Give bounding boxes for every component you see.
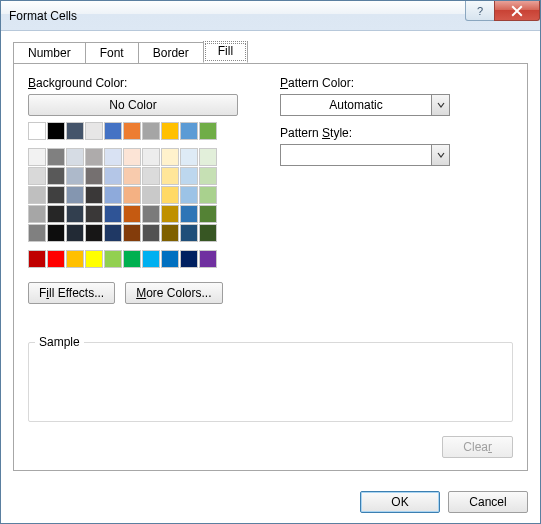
color-swatch[interactable] [47,167,65,185]
color-swatch[interactable] [28,205,46,223]
sample-group: Sample [28,342,513,422]
color-swatch[interactable] [199,122,217,140]
color-swatch[interactable] [123,167,141,185]
color-swatch[interactable] [180,148,198,166]
color-swatch[interactable] [180,205,198,223]
pattern-color-combo[interactable]: Automatic [280,94,450,116]
pattern-style-combo[interactable] [280,144,450,166]
color-swatch[interactable] [66,148,84,166]
dialog-footer: OK Cancel [1,483,540,523]
color-swatch[interactable] [123,186,141,204]
chevron-down-icon [431,145,449,165]
color-swatch[interactable] [123,122,141,140]
color-swatch[interactable] [85,250,103,268]
color-swatch[interactable] [161,167,179,185]
ok-button[interactable]: OK [360,491,440,513]
theme-colors-row [28,122,248,140]
help-button[interactable]: ? [465,1,495,21]
theme-shades-grid [28,148,248,242]
window-controls: ? [466,1,540,21]
color-swatch[interactable] [85,167,103,185]
color-swatch[interactable] [142,122,160,140]
fill-panel: Background Color: No Color Fill Effects.… [13,63,528,471]
color-swatch[interactable] [142,148,160,166]
color-swatch[interactable] [66,122,84,140]
color-swatch[interactable] [104,186,122,204]
color-swatch[interactable] [104,122,122,140]
color-swatch[interactable] [85,186,103,204]
color-swatch[interactable] [180,186,198,204]
color-swatch[interactable] [142,167,160,185]
color-swatch[interactable] [142,186,160,204]
more-colors-button[interactable]: More Colors... [125,282,222,304]
color-swatch[interactable] [66,250,84,268]
titlebar: Format Cells ? [1,1,540,31]
color-swatch[interactable] [123,250,141,268]
color-swatch[interactable] [142,224,160,242]
color-swatch[interactable] [104,148,122,166]
color-swatch[interactable] [28,122,46,140]
color-swatch[interactable] [85,148,103,166]
close-button[interactable] [494,1,540,21]
pattern-style-label: Pattern Style: [280,126,513,140]
color-swatch[interactable] [161,148,179,166]
color-swatch[interactable] [199,167,217,185]
color-swatch[interactable] [85,122,103,140]
sample-label: Sample [35,335,84,349]
color-swatch[interactable] [199,250,217,268]
color-swatch[interactable] [180,250,198,268]
color-swatch[interactable] [47,224,65,242]
color-swatch[interactable] [85,205,103,223]
pattern-color-label: Pattern Color: [280,76,513,90]
color-swatch[interactable] [47,186,65,204]
color-swatch[interactable] [161,122,179,140]
color-swatch[interactable] [161,186,179,204]
clear-button: Clear [442,436,513,458]
color-swatch[interactable] [161,205,179,223]
color-swatch[interactable] [123,224,141,242]
color-swatch[interactable] [104,205,122,223]
color-swatch[interactable] [66,205,84,223]
tab-fill[interactable]: Fill [203,41,248,63]
color-swatch[interactable] [180,122,198,140]
color-swatch[interactable] [28,167,46,185]
tab-border[interactable]: Border [138,42,204,64]
color-swatch[interactable] [47,148,65,166]
color-swatch[interactable] [180,167,198,185]
no-color-button[interactable]: No Color [28,94,238,116]
color-swatch[interactable] [85,224,103,242]
color-swatch[interactable] [104,167,122,185]
color-swatch[interactable] [28,250,46,268]
color-swatch[interactable] [142,205,160,223]
color-swatch[interactable] [123,148,141,166]
fill-effects-button[interactable]: Fill Effects... [28,282,115,304]
color-swatch[interactable] [161,250,179,268]
color-swatch[interactable] [199,224,217,242]
color-swatch[interactable] [180,224,198,242]
color-swatch[interactable] [66,186,84,204]
color-swatch[interactable] [28,148,46,166]
color-swatch[interactable] [199,205,217,223]
tab-font[interactable]: Font [85,42,139,64]
color-swatch[interactable] [28,186,46,204]
color-swatch[interactable] [28,224,46,242]
color-swatch[interactable] [123,205,141,223]
tab-number[interactable]: Number [13,42,86,64]
close-icon [511,5,523,17]
standard-colors-row [28,250,248,268]
color-swatch[interactable] [199,186,217,204]
color-swatch[interactable] [199,148,217,166]
color-swatch[interactable] [47,205,65,223]
color-swatch[interactable] [66,224,84,242]
cancel-button[interactable]: Cancel [448,491,528,513]
tab-strip: Number Font Border Fill [13,41,528,63]
format-cells-dialog: Format Cells ? Number Font Border Fill B… [0,0,541,524]
color-swatch[interactable] [104,224,122,242]
dialog-content: Number Font Border Fill Background Color… [1,31,540,483]
color-swatch[interactable] [47,122,65,140]
color-swatch[interactable] [104,250,122,268]
color-swatch[interactable] [66,167,84,185]
color-swatch[interactable] [142,250,160,268]
color-swatch[interactable] [161,224,179,242]
color-swatch[interactable] [47,250,65,268]
